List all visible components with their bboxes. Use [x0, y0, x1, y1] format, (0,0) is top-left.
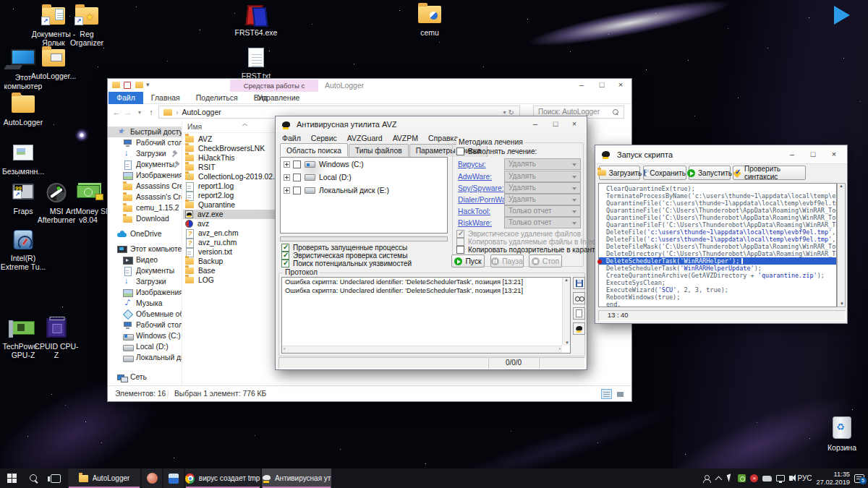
sidebar-item-videos[interactable]: Видео — [108, 254, 182, 265]
desktop-icon-autologger-tool[interactable]: AutoLogger... — [30, 46, 77, 80]
checkbox[interactable] — [293, 174, 301, 181]
run-script-button[interactable]: Запустить — [689, 166, 731, 180]
maximize-button[interactable]: □ — [803, 148, 823, 161]
save-log-button[interactable] — [573, 277, 585, 289]
option-check-processes[interactable]: Проверять запущенные процессы — [281, 244, 407, 252]
menu-file[interactable]: Файл — [282, 134, 301, 142]
sidebar-item-desktop[interactable]: Рабочий стол — [108, 137, 182, 148]
link-spyware[interactable]: Spy/Spyware: — [458, 184, 504, 192]
pause-button[interactable]: Пауза — [490, 254, 524, 267]
desktop-icon-intel-xtu[interactable]: Intel(R) Extreme Tu... — [0, 228, 46, 271]
forward-icon[interactable]: → — [122, 108, 134, 116]
minimize-button[interactable]: – — [782, 148, 802, 161]
expand-icon[interactable] — [284, 174, 290, 181]
menu-avzguard[interactable]: AVZGuard — [347, 134, 383, 142]
recent-dropdown-icon[interactable]: ▾ — [134, 109, 145, 116]
minimize-button[interactable]: – — [526, 118, 545, 131]
volume-icon[interactable] — [789, 476, 793, 481]
check-syntax-button[interactable]: Проверить синтаксис — [733, 166, 806, 180]
expand-icon[interactable] — [284, 187, 290, 194]
tab-manage[interactable]: Управление — [250, 92, 307, 104]
option-copy-suspicious[interactable]: Копировать подозрительные в карантин — [456, 246, 603, 254]
sidebar-item-desktop[interactable]: Рабочий стол — [108, 320, 182, 330]
sidebar-item-documents[interactable]: Документы — [108, 265, 182, 276]
execute-cure-checkbox[interactable]: Выполнять лечение: — [456, 147, 537, 155]
sidebar-item-drive-c[interactable]: Windows (C:) — [108, 330, 182, 341]
maximize-button[interactable]: □ — [546, 118, 565, 131]
maximize-button[interactable]: □ — [592, 79, 611, 92]
sidebar-item-folder[interactable]: Download — [108, 213, 182, 224]
menu-avzpm[interactable]: AVZPM — [393, 134, 418, 142]
close-button[interactable]: × — [611, 79, 630, 92]
vertical-scrollbar[interactable]: ▲▼ — [562, 278, 570, 346]
checkbox[interactable] — [456, 147, 464, 155]
sidebar-item-downloads[interactable]: Загрузки — [108, 148, 182, 159]
sidebar-item-folder[interactable]: Assassins Creed Od — [108, 181, 182, 192]
desktop-icon-autologger-folder[interactable]: AutoLogger — [0, 93, 46, 127]
thumbnail-view-icon[interactable] — [615, 389, 626, 399]
desktop-icon-reg-organizer[interactable]: ★ Reg Organizer — [64, 4, 110, 47]
taskbar-app-chrome[interactable]: вирус создает tmp... — [185, 468, 260, 488]
checkbox[interactable] — [456, 246, 464, 254]
stop-button[interactable]: Стоп — [529, 254, 562, 267]
dropdown-adware[interactable]: Удалять — [504, 171, 581, 182]
tab-search-area[interactable]: Область поиска — [280, 143, 348, 156]
tab-file-types[interactable]: Типы файлов — [349, 144, 409, 157]
option-copy-deleted[interactable]: Копировать удаляемые файлы в Infected — [456, 238, 606, 246]
sidebar-item-music[interactable]: Музыка — [108, 298, 182, 309]
sidebar-item-downloads[interactable]: Загрузки — [108, 276, 182, 287]
quick-access-folder-icon[interactable] — [135, 82, 143, 88]
option-heuristic-check[interactable]: Эвристическая проверка системы — [281, 252, 407, 260]
checkbox[interactable] — [293, 160, 301, 168]
link-viruses[interactable]: Вирусы: — [458, 160, 486, 168]
dropdown-riskware[interactable]: Только отчет — [504, 217, 581, 228]
tab-file[interactable]: Файл — [109, 92, 143, 104]
quick-access-properties-icon[interactable] — [124, 82, 131, 89]
taskbar-app-pinned[interactable] — [163, 468, 184, 488]
checkbox[interactable] — [293, 187, 301, 194]
menu-help[interactable]: Справка — [428, 134, 458, 142]
quick-access-folder-icon[interactable] — [112, 82, 120, 88]
script-editor[interactable]: ClearQuarantineEx(true); TerminateProces… — [598, 183, 837, 307]
close-button[interactable]: × — [565, 118, 584, 131]
taskbar-app-avz[interactable]: Антивирусная ути... — [262, 468, 331, 488]
up-icon[interactable]: ↑ — [145, 108, 157, 116]
protocol-log[interactable]: Ошибка скрипта: Undeclared identifier: '… — [281, 277, 571, 354]
option-vulnerability-search[interactable]: Поиск потенциальных уязвимостей — [281, 260, 412, 267]
option-heuristic-delete[interactable]: Эвристическое удаление файлов — [456, 230, 581, 238]
checkbox-checked[interactable] — [281, 260, 289, 267]
horizontal-scrollbar[interactable]: ‹› — [282, 346, 562, 353]
antivirus-tray-icon[interactable]: × — [750, 474, 758, 482]
sidebar-item-pictures[interactable]: Изображения — [108, 170, 182, 181]
tab-share[interactable]: Поделиться — [188, 92, 246, 104]
dropdown-spyware[interactable]: Удалять — [504, 182, 581, 194]
avz-wizard-button[interactable] — [573, 322, 585, 335]
sidebar-item-3d-objects[interactable]: Объемные объект — [108, 309, 182, 320]
clock[interactable]: 11:3527.02.2019 — [816, 471, 850, 486]
task-view-button[interactable] — [45, 468, 67, 488]
link-adware[interactable]: AdwWare: — [458, 173, 492, 181]
dropdown-viruses[interactable]: Удалять — [504, 158, 581, 170]
context-ribbon-tab[interactable]: Средства работы с приложениями — [230, 80, 318, 92]
start-button[interactable]: Пуск — [451, 254, 485, 267]
link-hacktool[interactable]: HackTool: — [458, 207, 490, 215]
language-indicator[interactable]: РУС — [797, 474, 812, 482]
refresh-icon[interactable]: ↻ — [509, 108, 514, 116]
tree-item-drive-c[interactable]: Windows (C:) — [281, 158, 447, 171]
load-script-button[interactable]: Загрузить — [599, 166, 640, 180]
link-riskware[interactable]: RiskWare: — [458, 219, 492, 227]
start-button[interactable] — [0, 468, 23, 488]
network-icon[interactable] — [776, 475, 785, 481]
sidebar-item-drive-e[interactable]: Локальный диск (E — [108, 352, 182, 363]
tree-item-drive-d[interactable]: Local (D:) — [281, 171, 447, 184]
people-icon[interactable] — [702, 475, 711, 482]
dropdown-hacktool[interactable]: Только отчет — [504, 205, 581, 217]
taskbar-app-reg-organizer[interactable] — [142, 468, 162, 488]
sidebar-item-drive-d[interactable]: Local (D:) — [108, 341, 182, 352]
tab-home[interactable]: Главная — [143, 92, 188, 104]
details-view-icon[interactable] — [601, 389, 612, 399]
search-log-button[interactable] — [573, 292, 585, 304]
sidebar-item-this-pc[interactable]: Этот компьютер — [108, 244, 182, 254]
desktop-icon-frst64[interactable]: FRST64.exe — [233, 3, 279, 37]
editor-scrollbar[interactable]: ▲▼ — [837, 183, 846, 307]
